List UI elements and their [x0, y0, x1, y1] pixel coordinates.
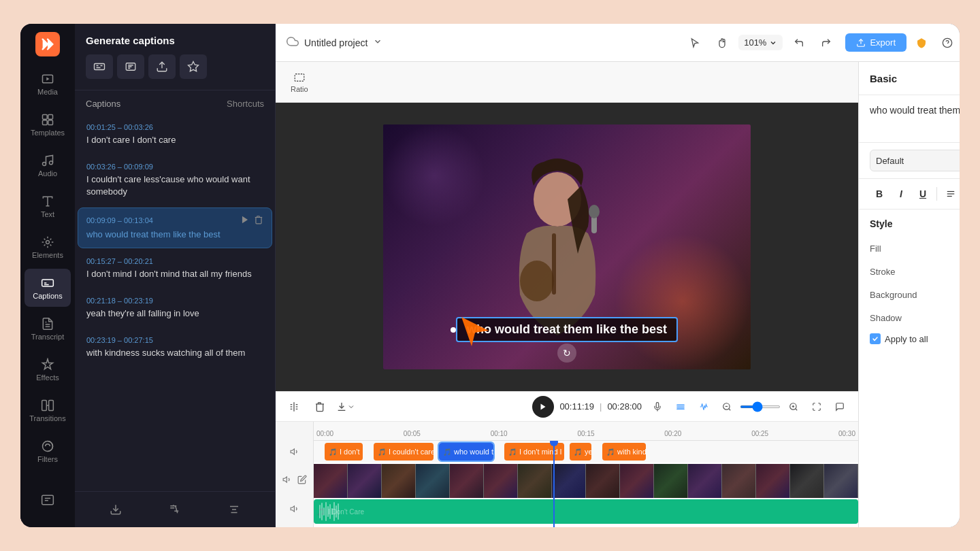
caption-item-5[interactable]: 00:21:18 – 00:23:19 yeah they're all fal…: [78, 289, 272, 327]
redo-btn[interactable]: [815, 32, 837, 54]
caption-item-4[interactable]: 00:15:27 – 00:20:21 I don't mind I don't…: [78, 250, 272, 288]
timeline-controls: 00:11:19 | 00:28:00: [276, 392, 858, 422]
captions-footer: [75, 491, 275, 527]
delete-btn[interactable]: [310, 397, 330, 417]
fit-screen-btn[interactable]: [806, 397, 827, 417]
sidebar-item-media[interactable]: Media: [24, 65, 71, 103]
caption-dot: [451, 327, 456, 333]
svg-point-5: [43, 162, 46, 165]
shadow-row: Shadow ···: [870, 306, 960, 329]
play-caption-btn[interactable]: [240, 215, 250, 226]
captions-subheader: Captions Shortcuts: [75, 90, 275, 114]
sidebar-item-audio[interactable]: Audio: [24, 146, 71, 184]
text-captions-btn[interactable]: [117, 54, 144, 79]
apply-to-all-label: Apply to all: [885, 334, 928, 344]
bold-btn[interactable]: B: [870, 184, 889, 203]
properties-panel: Basic who would treat them like the best…: [858, 62, 960, 527]
sidebar-item-templates[interactable]: Templates: [24, 105, 71, 144]
download-btn[interactable]: [103, 499, 128, 520]
auto-captions-btn[interactable]: [86, 54, 113, 79]
caption-item-1[interactable]: 00:01:25 – 00:03:26 I don't care I don't…: [78, 116, 272, 154]
caption-item-3[interactable]: 00:09:09 – 00:13:04: [78, 207, 272, 248]
svg-marker-18: [242, 216, 248, 223]
caption-clip-1[interactable]: 🎵I don't: [325, 443, 363, 461]
text-preview[interactable]: who would treat them like the best: [870, 103, 960, 118]
apply-to-all-row: Apply to all: [870, 329, 960, 348]
caption-track-vol[interactable]: [287, 444, 302, 459]
canvas-toolbar: Ratio: [276, 62, 858, 103]
caption-item-2[interactable]: 00:03:26 – 00:09:09 I couldn't care less…: [78, 155, 272, 205]
apply-to-all-checkbox[interactable]: [870, 333, 881, 344]
sidebar-item-filters[interactable]: Filters: [24, 432, 71, 470]
zoom-out-btn[interactable]: [717, 397, 737, 417]
beat-align-btn[interactable]: [693, 397, 714, 417]
underline-btn[interactable]: U: [913, 184, 932, 203]
cloud-icon: [287, 35, 299, 50]
split-btn[interactable]: [284, 397, 304, 417]
audio-align-btn[interactable]: [670, 397, 691, 417]
project-name[interactable]: Untitled project: [304, 37, 368, 48]
chat-btn[interactable]: [830, 397, 850, 417]
canvas-area: Ratio: [276, 62, 858, 527]
zoom-in-btn[interactable]: [783, 397, 804, 417]
font-family-select[interactable]: Default: [870, 150, 960, 171]
sidebar-item-subtitles[interactable]: [24, 481, 71, 519]
video-track-edit[interactable]: [295, 472, 310, 487]
align-btn[interactable]: [941, 184, 960, 203]
shield-btn[interactable]: [911, 32, 932, 54]
refresh-icon[interactable]: ↻: [557, 344, 576, 363]
svg-point-6: [50, 161, 53, 164]
sidebar-item-elements[interactable]: Elements: [24, 228, 71, 266]
video-track-vol[interactable]: [280, 472, 295, 487]
caption-clip-6[interactable]: 🎵with kindness su: [602, 443, 646, 461]
zoom-selector[interactable]: 101%: [738, 35, 783, 50]
caption-item-6[interactable]: 00:23:19 – 00:27:15 with kindness sucks …: [78, 329, 272, 367]
app-logo[interactable]: [35, 32, 60, 56]
sidebar-item-captions[interactable]: Captions: [24, 269, 71, 307]
svg-marker-62: [283, 477, 287, 482]
sidebar-item-effects[interactable]: Effects: [24, 350, 71, 388]
text-format-row: B I U Aa: [859, 179, 960, 210]
delete-caption-btn[interactable]: [254, 215, 263, 226]
download-tl-btn[interactable]: [336, 397, 356, 417]
hand-tool-btn[interactable]: [711, 32, 733, 54]
svg-rect-2: [48, 114, 53, 119]
translate-btn[interactable]: [163, 499, 187, 520]
svg-marker-63: [291, 506, 294, 512]
help-btn[interactable]: [936, 32, 958, 54]
settings-captions-btn[interactable]: [222, 499, 246, 520]
sidebar-item-text[interactable]: Text: [24, 187, 71, 225]
audio-track-vol[interactable]: [287, 501, 302, 516]
ratio-btn[interactable]: Ratio: [284, 67, 315, 97]
upload-captions-btn[interactable]: [148, 54, 176, 79]
caption-clip-2[interactable]: 🎵I couldn't care less'cause: [374, 443, 434, 461]
sidebar-item-transcript[interactable]: Transcript: [24, 310, 71, 348]
svg-rect-15: [95, 64, 105, 70]
fill-row: Fill: [870, 237, 960, 260]
project-dropdown-icon[interactable]: [373, 37, 382, 49]
svg-line-55: [729, 408, 731, 410]
svg-rect-11: [42, 400, 47, 410]
svg-point-37: [589, 205, 600, 218]
italic-btn[interactable]: I: [892, 184, 911, 203]
caption-overlay[interactable]: who would treat them like the best: [456, 317, 678, 342]
caption-track: 🎵I don't 🎵I couldn't care less'cause 🎵wh…: [314, 441, 858, 463]
playhead[interactable]: [553, 441, 555, 527]
stroke-row: Stroke ···: [870, 260, 960, 283]
captions-header: Generate captions: [75, 24, 275, 90]
cursor-tool-btn[interactable]: [684, 32, 706, 54]
caption-clip-5[interactable]: 🎵yeah: [570, 443, 591, 461]
sidebar-item-transitions[interactable]: Transitions: [24, 391, 71, 429]
undo-btn[interactable]: [788, 32, 810, 54]
svg-point-38: [520, 261, 554, 301]
ai-captions-btn[interactable]: [180, 54, 207, 79]
props-header: Basic: [859, 62, 960, 95]
mic-btn[interactable]: [647, 397, 668, 417]
export-button[interactable]: Export: [845, 33, 906, 52]
main-area: Untitled project: [276, 24, 960, 527]
caption-clip-3[interactable]: 🎵who would treat the...: [439, 443, 493, 461]
captions-tools: [86, 54, 264, 79]
play-button[interactable]: [532, 396, 554, 418]
zoom-slider[interactable]: [740, 405, 781, 408]
style-section: Style Fill Stroke ···: [859, 210, 960, 356]
